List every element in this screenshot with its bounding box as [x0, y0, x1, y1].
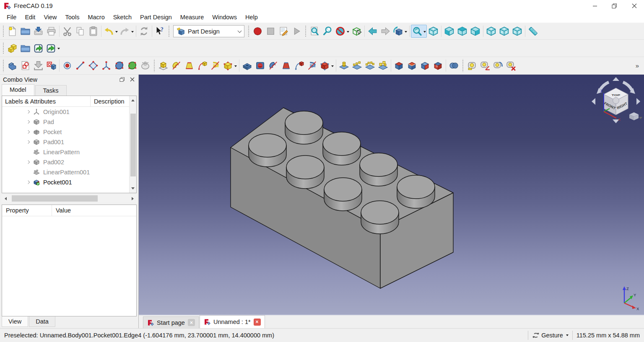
- save-button[interactable]: [32, 25, 45, 38]
- menu-part-design[interactable]: Part Design: [136, 13, 176, 22]
- navcube-corner[interactable]: [613, 98, 619, 104]
- menu-view[interactable]: View: [39, 13, 61, 22]
- sub-shape-binder-button[interactable]: [126, 59, 139, 72]
- linear-pattern-button[interactable]: [351, 59, 364, 72]
- nav-back-button[interactable]: [366, 25, 379, 38]
- view-axonometric-button[interactable]: [427, 25, 440, 38]
- tree-vertical-scrollbar[interactable]: [129, 96, 136, 193]
- paste-button[interactable]: [87, 25, 100, 38]
- fillet-button[interactable]: [392, 59, 405, 72]
- expand-chevron[interactable]: [23, 181, 33, 184]
- minimize-button[interactable]: [585, 0, 605, 12]
- clone-button[interactable]: [139, 59, 152, 72]
- macro-stop-button[interactable]: [264, 25, 277, 38]
- expand-chevron[interactable]: [23, 161, 33, 163]
- make-link-button[interactable]: [32, 42, 45, 55]
- revolution-button[interactable]: [170, 59, 183, 72]
- view-rear-button[interactable]: [485, 25, 498, 38]
- draft-button[interactable]: [418, 59, 431, 72]
- refresh-button[interactable]: [138, 25, 151, 38]
- subtractive-pipe-button[interactable]: [293, 59, 306, 72]
- expand-chevron[interactable]: [23, 131, 33, 133]
- expand-chevron[interactable]: [23, 121, 33, 123]
- nav-right-arrow-icon[interactable]: [636, 98, 640, 105]
- tab-view[interactable]: View: [2, 316, 28, 327]
- expand-chevron[interactable]: [23, 141, 33, 143]
- navigation-style-selector[interactable]: Gesture: [532, 332, 569, 339]
- datum-line-button[interactable]: [74, 59, 87, 72]
- nav-up-arrow-icon[interactable]: [613, 77, 619, 81]
- boolean-button[interactable]: [447, 59, 460, 72]
- tree-header[interactable]: Labels & Attributes Description: [2, 96, 136, 107]
- view-right-button[interactable]: [469, 25, 482, 38]
- subtractive-primitive-button[interactable]: [319, 59, 335, 72]
- macro-record-button[interactable]: [251, 25, 264, 38]
- restore-button[interactable]: [605, 0, 624, 12]
- thickness-button[interactable]: [431, 59, 444, 72]
- chevron-right-icon[interactable]: [26, 120, 30, 124]
- macro-edit-button[interactable]: [277, 25, 290, 38]
- clear-measurement-button[interactable]: [504, 59, 517, 72]
- measure-angular-button[interactable]: [478, 59, 491, 72]
- measure-refresh-button[interactable]: [491, 59, 504, 72]
- additive-loft-button[interactable]: [183, 59, 196, 72]
- property-header[interactable]: Property Value: [2, 205, 136, 216]
- toolbar-handle[interactable]: [168, 25, 170, 37]
- datum-plane-button[interactable]: [87, 59, 100, 72]
- navigation-cube[interactable]: TOP FRONT RIGHT Z X: [589, 76, 642, 126]
- tree-item-pad[interactable]: Pad: [2, 117, 136, 127]
- new-button[interactable]: [6, 25, 19, 38]
- datum-point-button[interactable]: [61, 59, 74, 72]
- menu-sketch[interactable]: Sketch: [109, 13, 136, 22]
- navcube-top-label[interactable]: TOP: [612, 93, 621, 96]
- expand-chevron[interactable]: [23, 111, 33, 113]
- tree-item-pad001[interactable]: Pad001: [2, 137, 136, 147]
- copy-button[interactable]: [74, 25, 87, 38]
- toolbar-handle[interactable]: [247, 25, 250, 37]
- additive-helix-button[interactable]: [209, 59, 222, 72]
- measure-linear-button[interactable]: [465, 59, 478, 72]
- pocket-button[interactable]: [241, 59, 254, 72]
- fit-selection-button[interactable]: [321, 25, 334, 38]
- tree-item-pocket[interactable]: Pocket: [2, 127, 136, 137]
- view-top-button[interactable]: [456, 25, 469, 38]
- view-bottom-button[interactable]: [498, 25, 511, 38]
- close-button[interactable]: [624, 0, 644, 12]
- toolbar-handle[interactable]: [462, 59, 464, 72]
- float-panel-icon[interactable]: [119, 77, 125, 82]
- tree-item-pocket001[interactable]: Pocket001: [2, 177, 136, 187]
- map-sketch-button[interactable]: [45, 59, 58, 72]
- tree-item-pad002[interactable]: Pad002: [2, 157, 136, 167]
- view-front-button[interactable]: [443, 25, 456, 38]
- rotate-view-button[interactable]: [392, 25, 408, 38]
- edit-sketch-button[interactable]: [32, 59, 45, 72]
- 3d-viewport[interactable]: TOP FRONT RIGHT Z X Z Y: [139, 75, 644, 328]
- macro-execute-button[interactable]: [290, 25, 303, 38]
- menu-measure[interactable]: Measure: [176, 13, 208, 22]
- close-panel-icon[interactable]: [130, 77, 135, 82]
- document-tab-unnamed-1[interactable]: Unnamed : 1*×: [200, 315, 265, 328]
- fit-all-button[interactable]: [308, 25, 321, 38]
- lego-brick-model[interactable]: [139, 75, 644, 328]
- scrollbar-thumb[interactable]: [12, 195, 98, 202]
- tab-model[interactable]: Model: [2, 84, 34, 96]
- redo-button[interactable]: [119, 25, 135, 38]
- draw-style-button[interactable]: [334, 25, 350, 38]
- tree-item-linearpattern001[interactable]: LinearPattern001: [2, 167, 136, 177]
- scroll-up-icon[interactable]: [131, 98, 135, 101]
- tab-data[interactable]: Data: [29, 316, 55, 327]
- navcube-mini-cube-icon[interactable]: [629, 112, 639, 120]
- polar-pattern-button[interactable]: [364, 59, 377, 72]
- open-button[interactable]: [19, 25, 32, 38]
- menu-tools[interactable]: Tools: [61, 13, 84, 22]
- zoom-button[interactable]: [411, 25, 427, 38]
- menu-file[interactable]: File: [3, 13, 21, 22]
- chevron-right-icon[interactable]: [26, 181, 30, 184]
- make-link-group-button[interactable]: [45, 42, 61, 55]
- measure-distance-button[interactable]: [527, 25, 540, 38]
- groove-button[interactable]: [267, 59, 280, 72]
- tree-horizontal-scrollbar[interactable]: [2, 194, 137, 202]
- chevron-right-icon[interactable]: [26, 140, 30, 144]
- mirrored-button[interactable]: [338, 59, 351, 72]
- document-tab-start-page[interactable]: Start page×: [143, 316, 199, 328]
